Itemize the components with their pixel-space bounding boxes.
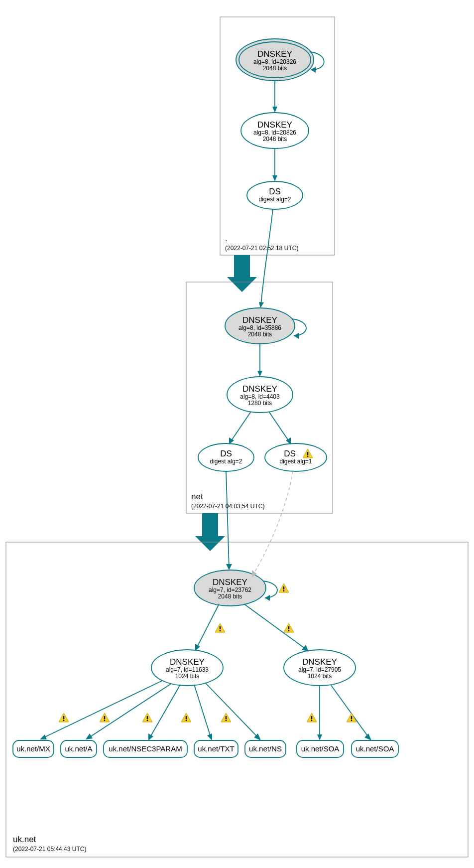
node-uknet-ksk: DNSKEY alg=7, id=23762 2048 bits (194, 570, 266, 606)
svg-text:DS: DS (269, 187, 281, 196)
svg-text:uk.net/NSEC3PARAM: uk.net/NSEC3PARAM (109, 744, 182, 753)
svg-text:uk.net/NS: uk.net/NS (249, 744, 282, 753)
svg-marker-13 (272, 107, 277, 113)
svg-text:uk.net/SOA: uk.net/SOA (301, 744, 340, 753)
svg-text:DNSKEY: DNSKEY (170, 657, 205, 667)
rrset-nsec3param: uk.net/NSEC3PARAM (104, 740, 187, 757)
rrset-ns: uk.net/NS (245, 740, 286, 757)
zone-net-time: (2022-07-21 04:03:54 UTC) (191, 503, 264, 510)
svg-marker-69 (86, 733, 93, 739)
zone-arrow-net-to-uknet (195, 513, 225, 551)
svg-text:2048 bits: 2048 bits (263, 65, 287, 72)
warning-icon (279, 583, 289, 592)
warning-icon (142, 713, 152, 722)
warning-icon (307, 713, 317, 722)
svg-marker-71 (207, 733, 212, 740)
svg-marker-70 (148, 733, 153, 740)
warning-icon (181, 713, 191, 722)
svg-text:1024 bits: 1024 bits (175, 673, 200, 680)
svg-text:digest alg=2: digest alg=2 (210, 458, 242, 465)
svg-text:2048 bits: 2048 bits (218, 593, 242, 600)
svg-text:DNSKEY: DNSKEY (257, 49, 292, 59)
svg-text:alg=8, id=20326: alg=8, id=20326 (253, 58, 296, 65)
svg-marker-73 (317, 734, 322, 740)
zone-uknet-label: uk.net (13, 835, 36, 844)
svg-marker-42 (226, 564, 232, 570)
svg-marker-22 (294, 333, 299, 339)
svg-text:alg=7, id=27905: alg=7, id=27905 (298, 666, 341, 673)
warning-icon (215, 623, 225, 632)
node-net-ds-alg1: DS digest alg=1 (265, 443, 327, 471)
svg-text:DNSKEY: DNSKEY (242, 384, 277, 394)
warning-icon (284, 623, 294, 632)
svg-text:DNSKEY: DNSKEY (302, 657, 337, 667)
dnssec-diagram: . (2022-07-21 02:52:18 UTC) DNSKEY alg=8… (0, 0, 474, 868)
warning-icon (100, 713, 110, 722)
zone-arrow-root-to-net (227, 255, 257, 292)
svg-point-32 (265, 443, 327, 471)
zone-root-label: . (225, 234, 228, 243)
svg-marker-68 (40, 734, 47, 739)
svg-text:DNSKEY: DNSKEY (213, 578, 247, 587)
node-root-ksk: DNSKEY alg=8, id=20326 2048 bits (236, 39, 314, 81)
warning-icon (347, 713, 356, 722)
node-root-zsk: DNSKEY alg=8, id=20826 2048 bits (241, 113, 309, 148)
svg-text:2048 bits: 2048 bits (248, 331, 272, 338)
svg-marker-28 (257, 371, 262, 377)
svg-marker-53 (302, 645, 309, 652)
rrset-a: uk.net/A (61, 740, 97, 757)
node-root-ds: DS digest alg=2 (247, 181, 303, 209)
rrset-soa-2: uk.net/SOA (352, 740, 398, 757)
svg-marker-52 (195, 644, 200, 651)
svg-text:alg=7, id=11633: alg=7, id=11633 (166, 666, 209, 673)
svg-text:1024 bits: 1024 bits (308, 673, 332, 680)
svg-marker-17 (272, 175, 277, 181)
warning-icon (59, 713, 69, 722)
rrset-soa-1: uk.net/SOA (297, 740, 344, 757)
svg-text:digest alg=2: digest alg=2 (258, 196, 291, 203)
node-net-ds-alg2: DS digest alg=2 (198, 443, 254, 471)
svg-text:1280 bits: 1280 bits (248, 400, 272, 407)
svg-marker-23 (259, 302, 264, 308)
svg-text:alg=8, id=20826: alg=8, id=20826 (253, 129, 296, 136)
svg-marker-41 (265, 595, 270, 601)
svg-text:2048 bits: 2048 bits (263, 136, 287, 143)
svg-text:DNSKEY: DNSKEY (257, 120, 292, 130)
svg-text:uk.net/TXT: uk.net/TXT (198, 744, 234, 753)
zone-net-label: net (191, 492, 203, 501)
svg-text:alg=8, id=4403: alg=8, id=4403 (240, 393, 280, 400)
svg-text:uk.net/MX: uk.net/MX (16, 744, 50, 753)
svg-text:DS: DS (220, 449, 232, 458)
node-uknet-zsk-27905: DNSKEY alg=7, id=27905 1024 bits (284, 650, 356, 686)
rrset-txt: uk.net/TXT (194, 740, 238, 757)
svg-text:DS: DS (284, 449, 296, 458)
warning-icon (221, 713, 231, 722)
svg-text:DNSKEY: DNSKEY (242, 315, 277, 325)
svg-text:uk.net/A: uk.net/A (65, 744, 92, 753)
rrset-mx: uk.net/MX (13, 740, 54, 757)
zone-uknet-time: (2022-07-21 05:44:43 UTC) (13, 846, 86, 853)
svg-text:uk.net/SOA: uk.net/SOA (356, 744, 394, 753)
node-net-zsk: DNSKEY alg=8, id=4403 1280 bits (227, 377, 293, 413)
svg-text:alg=7, id=23762: alg=7, id=23762 (209, 586, 251, 593)
zone-root-time: (2022-07-21 02:52:18 UTC) (225, 245, 298, 252)
svg-text:digest alg=1: digest alg=1 (279, 458, 312, 465)
node-net-ksk: DNSKEY alg=8, id=35886 2048 bits (225, 308, 295, 344)
svg-marker-74 (364, 733, 371, 740)
svg-text:alg=8, id=35886: alg=8, id=35886 (238, 324, 281, 331)
